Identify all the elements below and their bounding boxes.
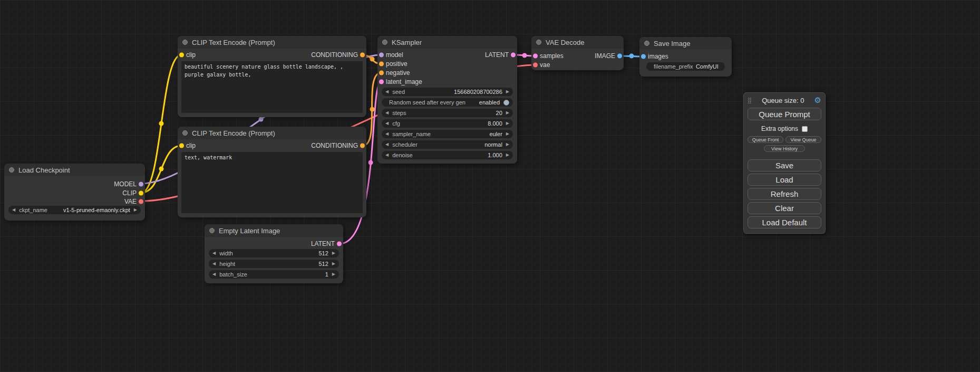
extra-options-checkbox[interactable] [802,126,808,132]
widget-batch-size[interactable]: ◀ batch_size 1 ▶ [209,270,339,279]
node-title: CLIP Text Encode (Prompt) [192,129,275,137]
input-pin-positive[interactable] [379,61,384,66]
node-ksampler[interactable]: KSampler model LATENT positive negative … [377,36,517,164]
view-queue-button[interactable]: View Queue [785,136,821,143]
node-load-checkpoint[interactable]: Load Checkpoint MODEL CLIP VAE ◀ ckpt_na… [4,164,145,221]
node-title-bar[interactable]: Load Checkpoint [4,164,145,176]
decrement-arrow-icon[interactable]: ◀ [385,119,389,128]
prompt-textarea[interactable]: beautiful scenery nature glass bottle la… [181,61,363,113]
widget-name: height [219,261,235,267]
widget-ckpt-name[interactable]: ◀ ckpt_name v1-5-pruned-emaonly.ckpt ▶ [8,206,141,214]
output-pin-conditioning[interactable] [360,143,365,148]
queue-front-button[interactable]: Queue Front [748,136,783,143]
output-pin-latent[interactable] [337,241,342,246]
decrement-arrow-icon[interactable]: ◀ [385,130,389,138]
node-vae-decode[interactable]: VAE Decode samples IMAGE vae [531,36,624,70]
input-pin-samples[interactable] [533,53,538,58]
node-save-image[interactable]: Save Image images filename_prefix ComfyU… [639,37,732,77]
queue-prompt-button[interactable]: Queue Prompt [748,108,821,120]
output-pin-latent[interactable] [511,52,516,57]
output-label-conditioning: CONDITIONING [311,51,358,59]
widget-denoise[interactable]: ◀ denoise 1.000 ▶ [382,151,513,159]
decrement-arrow-icon[interactable]: ◀ [12,206,15,214]
node-title: Load Checkpoint [18,166,70,174]
increment-arrow-icon[interactable]: ▶ [506,151,509,159]
widget-sampler-name[interactable]: ◀ sampler_name euler ▶ [382,130,513,138]
output-pin-conditioning[interactable] [360,52,365,57]
slot-row: negative [377,68,517,77]
node-title-bar[interactable]: VAE Decode [531,36,624,49]
view-history-button[interactable]: View History [764,145,805,152]
decrement-arrow-icon[interactable]: ◀ [385,88,389,96]
widget-filename-prefix[interactable]: filename_prefix ComfyUI [646,62,725,71]
input-pin-clip[interactable] [179,52,184,57]
node-clip-text-encode-positive[interactable]: CLIP Text Encode (Prompt) clip CONDITION… [178,36,366,117]
clear-button[interactable]: Clear [748,202,821,214]
refresh-button[interactable]: Refresh [748,188,821,200]
increment-arrow-icon[interactable]: ▶ [332,270,335,279]
widget-name: width [219,250,233,256]
node-title-bar[interactable]: KSampler [377,36,517,49]
output-pin-clip[interactable] [139,190,143,195]
input-pin-vae[interactable] [533,62,538,67]
widget-steps[interactable]: ◀ steps 20 ▶ [382,109,513,117]
input-pin-images[interactable] [641,54,646,59]
node-title-bar[interactable]: Empty Latent Image [205,224,343,237]
increment-arrow-icon[interactable]: ▶ [506,88,509,96]
settings-gear-icon[interactable]: ⚙ [814,96,821,105]
comfyui-canvas[interactable]: { "colors": { "model": "#b39ddb", "clip"… [0,0,980,372]
slot-row: samples IMAGE [531,51,624,60]
save-button[interactable]: Save [748,159,821,171]
toggle-knob[interactable] [503,100,509,106]
decrement-arrow-icon[interactable]: ◀ [212,270,216,279]
input-pin-latent-image[interactable] [379,79,384,84]
widget-name: batch_size [219,271,247,278]
decrement-arrow-icon[interactable]: ◀ [212,249,216,257]
slot-row: MODEL [4,179,145,188]
widget-value: normal [484,141,502,148]
drag-handle-icon[interactable]: ⣿ [748,97,752,104]
input-label-positive: positive [386,60,407,68]
input-pin-clip[interactable] [179,143,184,148]
node-title-bar[interactable]: CLIP Text Encode (Prompt) [178,127,366,139]
widget-random-seed-toggle[interactable]: Random seed after every gen enabled [382,98,513,107]
output-pin-vae[interactable] [139,199,143,204]
widget-height[interactable]: ◀ height 512 ▶ [209,260,339,268]
node-empty-latent-image[interactable]: Empty Latent Image LATENT ◀ width 512 ▶ … [205,224,343,283]
output-pin-image[interactable] [617,53,622,58]
queue-panel[interactable]: ⣿ Queue size: 0 ⚙ Queue Prompt Extra opt… [743,92,826,234]
input-pin-model[interactable] [379,52,384,57]
node-clip-text-encode-negative[interactable]: CLIP Text Encode (Prompt) clip CONDITION… [178,127,366,217]
load-default-button[interactable]: Load Default [748,216,821,228]
increment-arrow-icon[interactable]: ▶ [506,140,509,149]
decrement-arrow-icon[interactable]: ◀ [385,109,389,117]
increment-arrow-icon[interactable]: ▶ [332,260,335,268]
node-title-bar[interactable]: Save Image [639,37,732,50]
decrement-arrow-icon[interactable]: ◀ [212,260,216,268]
load-button[interactable]: Load [748,174,821,186]
widget-cfg[interactable]: ◀ cfg 8.000 ▶ [382,119,513,128]
widget-width[interactable]: ◀ width 512 ▶ [209,249,339,257]
increment-arrow-icon[interactable]: ▶ [506,130,509,138]
widget-name: seed [392,89,405,95]
increment-arrow-icon[interactable]: ▶ [134,206,137,214]
node-title: Save Image [654,40,690,47]
widget-scheduler[interactable]: ◀ scheduler normal ▶ [382,140,513,149]
increment-arrow-icon[interactable]: ▶ [506,109,509,117]
node-title: CLIP Text Encode (Prompt) [192,39,275,46]
slot-row: vae [531,60,624,69]
widget-value: euler [489,131,502,137]
output-pin-model[interactable] [139,182,143,186]
decrement-arrow-icon[interactable]: ◀ [385,140,389,149]
input-label-images: images [648,53,668,60]
node-status-dot [209,228,215,233]
increment-arrow-icon[interactable]: ▶ [506,119,509,128]
widget-name: steps [392,110,406,116]
decrement-arrow-icon[interactable]: ◀ [385,151,389,159]
node-title-bar[interactable]: CLIP Text Encode (Prompt) [178,36,366,49]
widget-seed[interactable]: ◀ seed 156680208700286 ▶ [382,88,513,96]
queue-panel-header: ⣿ Queue size: 0 ⚙ [748,96,821,105]
increment-arrow-icon[interactable]: ▶ [332,249,335,257]
prompt-textarea[interactable]: text, watermark [181,152,363,213]
input-pin-negative[interactable] [379,70,384,75]
